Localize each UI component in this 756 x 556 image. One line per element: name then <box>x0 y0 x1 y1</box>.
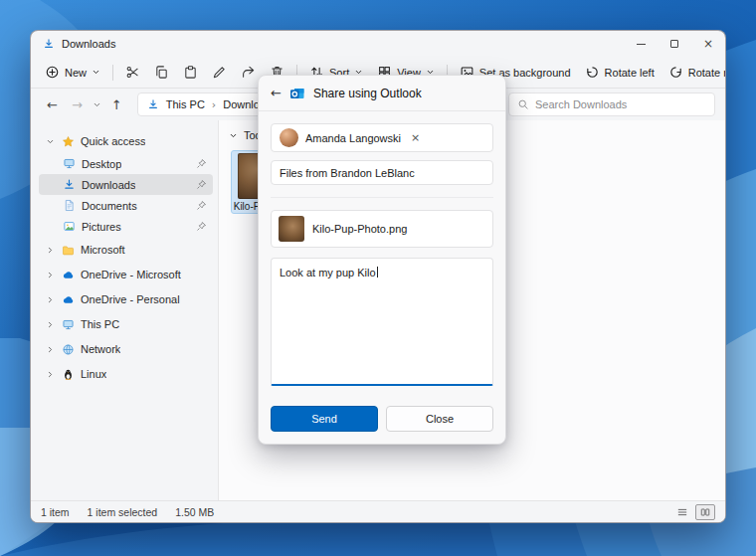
minimize-button[interactable] <box>624 31 658 57</box>
outlook-icon <box>289 86 305 101</box>
minimize-icon <box>637 44 646 45</box>
sidebar-item-onedrive-microsoft[interactable]: OneDrive - Microsoft <box>39 263 213 286</box>
text-caret <box>377 267 378 278</box>
view-toggles <box>672 504 715 520</box>
sidebar-item-linux[interactable]: Linux <box>39 362 213 386</box>
dialog-back-button[interactable]: ← <box>271 86 282 100</box>
downloads-icon <box>63 178 76 191</box>
list-view-icon <box>676 506 688 518</box>
sidebar-item-documents[interactable]: Documents <box>39 195 213 216</box>
recent-locations-chevron-icon[interactable] <box>93 100 101 109</box>
sidebar-item-label: Linux <box>81 368 106 380</box>
sidebar-item-microsoft[interactable]: Microsoft <box>39 238 213 262</box>
new-button[interactable]: New <box>39 61 106 84</box>
attachment-name: Kilo-Pup-Photo.png <box>312 223 407 235</box>
explorer-window: Downloads × New Sort <box>30 30 726 523</box>
search-input[interactable] <box>535 98 706 110</box>
plus-icon <box>45 65 60 80</box>
chevron-right-icon[interactable] <box>45 370 56 379</box>
sidebar-item-label: OneDrive - Personal <box>81 293 180 305</box>
forward-button[interactable]: → <box>66 97 89 112</box>
onedrive-cloud-icon <box>62 293 75 306</box>
window-controls: × <box>624 31 725 57</box>
sidebar-item-desktop[interactable]: Desktop <box>39 153 213 174</box>
downloads-icon <box>43 38 55 50</box>
send-button[interactable]: Send <box>271 406 378 432</box>
breadcrumb-this-pc[interactable]: This PC <box>166 98 205 110</box>
subject-field[interactable]: Files from Brandon LeBlanc <box>271 160 493 185</box>
sidebar-item-onedrive-personal[interactable]: OneDrive - Personal <box>39 287 213 311</box>
onedrive-cloud-icon <box>62 269 75 281</box>
status-bar: 1 item 1 item selected 1.50 MB <box>31 500 725 522</box>
chevron-down-icon <box>92 68 100 77</box>
pin-icon <box>196 158 207 169</box>
sidebar-item-label: OneDrive - Microsoft <box>81 269 181 280</box>
selection-size: 1.50 MB <box>175 506 214 518</box>
large-icons-view-button[interactable] <box>695 504 715 520</box>
share-dialog: ← Share using Outlook Amanda Langowski ×… <box>258 75 506 445</box>
details-view-button[interactable] <box>672 504 692 520</box>
rotate-right-button[interactable]: Rotate right <box>662 61 726 84</box>
cut-button[interactable] <box>119 61 146 84</box>
sidebar-item-label: This PC <box>81 318 119 330</box>
pin-icon <box>196 200 207 211</box>
attachment-thumbnail <box>279 216 304 242</box>
folder-icon <box>62 244 75 257</box>
item-count: 1 item <box>41 506 70 518</box>
sidebar-item-label: Desktop <box>82 158 121 170</box>
sidebar-item-label: Microsoft <box>81 244 125 256</box>
sidebar-item-label: Network <box>81 343 120 355</box>
rename-button[interactable] <box>206 61 233 84</box>
sidebar-item-quick-access[interactable]: Quick access <box>39 129 213 153</box>
star-icon <box>62 135 75 148</box>
remove-recipient-button[interactable]: × <box>411 131 420 144</box>
globe-icon <box>62 343 75 356</box>
copy-button[interactable] <box>148 61 175 84</box>
paste-button[interactable] <box>177 61 204 84</box>
attachment-card[interactable]: Kilo-Pup-Photo.png <box>271 210 493 248</box>
search-icon <box>517 98 529 110</box>
desktop: Downloads × New Sort <box>0 0 756 556</box>
sidebar-item-network[interactable]: Network <box>39 337 213 361</box>
rotate-left-button[interactable]: Rotate left <box>579 61 661 84</box>
sidebar-item-label: Downloads <box>82 179 135 191</box>
message-text: Look at my pup Kilo <box>280 267 376 278</box>
chevron-right-icon[interactable] <box>45 271 56 279</box>
pin-icon <box>196 221 207 232</box>
subject-text: Files from Brandon LeBlanc <box>280 167 415 179</box>
chevron-right-icon[interactable] <box>45 246 56 255</box>
chevron-right-icon[interactable] <box>45 345 56 354</box>
search-box[interactable] <box>508 93 715 116</box>
dialog-body: Amanda Langowski × Files from Brandon Le… <box>259 111 505 444</box>
chevron-down-icon[interactable] <box>45 137 56 146</box>
sidebar-item-label: Pictures <box>82 221 121 233</box>
dialog-close-button[interactable]: Close <box>386 406 493 432</box>
sidebar-item-this-pc[interactable]: This PC <box>39 312 213 336</box>
sidebar-item-pictures[interactable]: Pictures <box>39 216 213 237</box>
paste-icon <box>183 65 198 80</box>
message-field[interactable]: Look at my pup Kilo <box>271 258 493 386</box>
chevron-down-icon <box>229 131 238 140</box>
pin-icon <box>196 179 207 190</box>
new-label: New <box>65 67 87 79</box>
recipient-name: Amanda Langowski <box>305 132 401 144</box>
navigation-pane: Quick access Desktop Downloads Documents <box>31 120 218 500</box>
copy-icon <box>154 65 169 80</box>
recipient-field[interactable]: Amanda Langowski × <box>271 123 493 152</box>
rotate-right-label: Rotate right <box>688 67 726 79</box>
close-button[interactable]: × <box>691 31 725 57</box>
sidebar-item-downloads[interactable]: Downloads <box>39 174 213 195</box>
titlebar: Downloads × <box>31 31 725 57</box>
back-button[interactable]: ← <box>41 97 64 112</box>
chevron-right-icon[interactable] <box>45 295 56 304</box>
up-button[interactable]: ↑ <box>105 97 128 112</box>
thumbnails-view-icon <box>699 506 711 518</box>
breadcrumb-separator: › <box>212 98 216 111</box>
maximize-button[interactable] <box>658 31 691 57</box>
sidebar-item-label: Quick access <box>81 135 145 147</box>
scissors-icon <box>125 65 140 80</box>
selection-status: 1 item selected <box>88 506 158 518</box>
avatar <box>280 128 298 147</box>
chevron-right-icon[interactable] <box>45 320 56 329</box>
dialog-title: Share using Outlook <box>313 87 422 100</box>
